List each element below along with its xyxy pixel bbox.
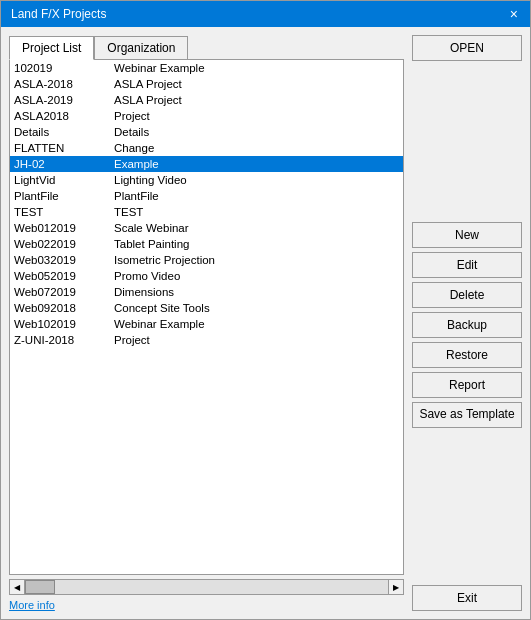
- save-as-template-button[interactable]: Save as Template: [412, 402, 522, 428]
- window-title: Land F/X Projects: [11, 7, 106, 21]
- backup-button[interactable]: Backup: [412, 312, 522, 338]
- project-code: 102019: [14, 62, 114, 74]
- open-button[interactable]: OPEN: [412, 35, 522, 61]
- project-code: Web092018: [14, 302, 114, 314]
- delete-button[interactable]: Delete: [412, 282, 522, 308]
- exit-button[interactable]: Exit: [412, 585, 522, 611]
- project-name: Tablet Painting: [114, 238, 399, 250]
- project-name: ASLA Project: [114, 94, 399, 106]
- project-name: Dimensions: [114, 286, 399, 298]
- list-item[interactable]: JH-02Example: [10, 156, 403, 172]
- list-item[interactable]: FLATTENChange: [10, 140, 403, 156]
- list-item[interactable]: 102019Webinar Example: [10, 60, 403, 76]
- project-code: JH-02: [14, 158, 114, 170]
- project-list: 102019Webinar ExampleASLA-2018ASLA Proje…: [10, 60, 403, 348]
- list-item[interactable]: Web012019Scale Webinar: [10, 220, 403, 236]
- project-code: PlantFile: [14, 190, 114, 202]
- close-button[interactable]: ×: [508, 7, 520, 21]
- list-item[interactable]: Web092018Concept Site Tools: [10, 300, 403, 316]
- project-name: Project: [114, 110, 399, 122]
- project-code: ASLA-2019: [14, 94, 114, 106]
- scrollbar-track[interactable]: [25, 579, 388, 595]
- project-code: Web052019: [14, 270, 114, 282]
- project-name: Webinar Example: [114, 318, 399, 330]
- project-name: PlantFile: [114, 190, 399, 202]
- list-item[interactable]: LightVidLighting Video: [10, 172, 403, 188]
- horizontal-scrollbar: ◀ ▶: [9, 579, 404, 595]
- tab-organization[interactable]: Organization: [94, 36, 188, 60]
- list-item[interactable]: Web072019Dimensions: [10, 284, 403, 300]
- project-code: FLATTEN: [14, 142, 114, 154]
- scroll-left-button[interactable]: ◀: [9, 579, 25, 595]
- list-item[interactable]: ASLA-2019ASLA Project: [10, 92, 403, 108]
- project-name: Promo Video: [114, 270, 399, 282]
- project-name: Example: [114, 158, 399, 170]
- window-body: Project List Organization 102019Webinar …: [1, 27, 530, 619]
- list-item[interactable]: TESTTEST: [10, 204, 403, 220]
- list-item[interactable]: Web102019Webinar Example: [10, 316, 403, 332]
- project-code: Web012019: [14, 222, 114, 234]
- list-item[interactable]: PlantFilePlantFile: [10, 188, 403, 204]
- project-code: Z-UNI-2018: [14, 334, 114, 346]
- project-code: Web032019: [14, 254, 114, 266]
- project-code: ASLA-2018: [14, 78, 114, 90]
- list-item[interactable]: ASLA-2018ASLA Project: [10, 76, 403, 92]
- scroll-right-button[interactable]: ▶: [388, 579, 404, 595]
- project-name: Details: [114, 126, 399, 138]
- project-code: LightVid: [14, 174, 114, 186]
- new-button[interactable]: New: [412, 222, 522, 248]
- list-item[interactable]: Web052019Promo Video: [10, 268, 403, 284]
- project-list-container[interactable]: 102019Webinar ExampleASLA-2018ASLA Proje…: [9, 59, 404, 575]
- project-name: Webinar Example: [114, 62, 399, 74]
- edit-button[interactable]: Edit: [412, 252, 522, 278]
- project-name: Isometric Projection: [114, 254, 399, 266]
- title-bar: Land F/X Projects ×: [1, 1, 530, 27]
- project-code: ASLA2018: [14, 110, 114, 122]
- project-code: TEST: [14, 206, 114, 218]
- restore-button[interactable]: Restore: [412, 342, 522, 368]
- project-code: Web102019: [14, 318, 114, 330]
- project-name: TEST: [114, 206, 399, 218]
- project-name: Scale Webinar: [114, 222, 399, 234]
- project-name: ASLA Project: [114, 78, 399, 90]
- list-item[interactable]: DetailsDetails: [10, 124, 403, 140]
- project-code: Web072019: [14, 286, 114, 298]
- left-panel: Project List Organization 102019Webinar …: [9, 35, 404, 611]
- project-code: Web022019: [14, 238, 114, 250]
- tab-project-list[interactable]: Project List: [9, 36, 94, 60]
- more-info-link[interactable]: More info: [9, 599, 404, 611]
- project-name: Concept Site Tools: [114, 302, 399, 314]
- right-panel: OPEN New Edit Delete Backup Restore Repo…: [412, 35, 522, 611]
- project-name: Project: [114, 334, 399, 346]
- project-name: Change: [114, 142, 399, 154]
- project-code: Details: [14, 126, 114, 138]
- main-window: Land F/X Projects × Project List Organiz…: [0, 0, 531, 620]
- tab-bar: Project List Organization: [9, 35, 404, 59]
- scrollbar-thumb[interactable]: [25, 580, 55, 594]
- list-item[interactable]: Web032019Isometric Projection: [10, 252, 403, 268]
- report-button[interactable]: Report: [412, 372, 522, 398]
- project-name: Lighting Video: [114, 174, 399, 186]
- list-item[interactable]: ASLA2018Project: [10, 108, 403, 124]
- list-item[interactable]: Web022019Tablet Painting: [10, 236, 403, 252]
- list-item[interactable]: Z-UNI-2018Project: [10, 332, 403, 348]
